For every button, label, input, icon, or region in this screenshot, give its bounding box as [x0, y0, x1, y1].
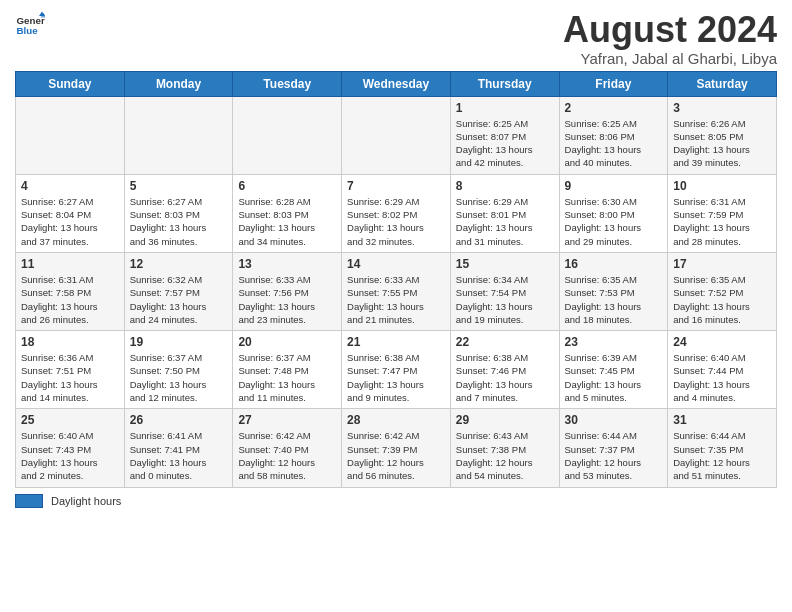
day-number: 19: [130, 335, 228, 349]
day-detail: Sunrise: 6:37 AM Sunset: 7:50 PM Dayligh…: [130, 351, 228, 404]
day-detail: Sunrise: 6:33 AM Sunset: 7:55 PM Dayligh…: [347, 273, 445, 326]
col-sunday: Sunday: [16, 71, 125, 96]
day-number: 21: [347, 335, 445, 349]
day-number: 18: [21, 335, 119, 349]
day-detail: Sunrise: 6:25 AM Sunset: 8:06 PM Dayligh…: [565, 117, 663, 170]
calendar-cell: 16Sunrise: 6:35 AM Sunset: 7:53 PM Dayli…: [559, 252, 668, 330]
daylight-swatch: [15, 494, 43, 508]
svg-text:General: General: [17, 15, 46, 26]
day-number: 7: [347, 179, 445, 193]
day-number: 28: [347, 413, 445, 427]
calendar-week-2: 4Sunrise: 6:27 AM Sunset: 8:04 PM Daylig…: [16, 174, 777, 252]
day-detail: Sunrise: 6:40 AM Sunset: 7:44 PM Dayligh…: [673, 351, 771, 404]
logo-icon: General Blue: [15, 10, 45, 40]
day-number: 15: [456, 257, 554, 271]
calendar-cell: 15Sunrise: 6:34 AM Sunset: 7:54 PM Dayli…: [450, 252, 559, 330]
day-detail: Sunrise: 6:27 AM Sunset: 8:04 PM Dayligh…: [21, 195, 119, 248]
col-friday: Friday: [559, 71, 668, 96]
day-number: 24: [673, 335, 771, 349]
day-detail: Sunrise: 6:35 AM Sunset: 7:53 PM Dayligh…: [565, 273, 663, 326]
calendar-week-5: 25Sunrise: 6:40 AM Sunset: 7:43 PM Dayli…: [16, 409, 777, 487]
day-detail: Sunrise: 6:41 AM Sunset: 7:41 PM Dayligh…: [130, 429, 228, 482]
day-detail: Sunrise: 6:26 AM Sunset: 8:05 PM Dayligh…: [673, 117, 771, 170]
subtitle: Yafran, Jabal al Gharbi, Libya: [563, 50, 777, 67]
day-number: 20: [238, 335, 336, 349]
calendar-cell: [16, 96, 125, 174]
day-detail: Sunrise: 6:39 AM Sunset: 7:45 PM Dayligh…: [565, 351, 663, 404]
day-detail: Sunrise: 6:34 AM Sunset: 7:54 PM Dayligh…: [456, 273, 554, 326]
calendar-cell: [124, 96, 233, 174]
calendar-cell: 21Sunrise: 6:38 AM Sunset: 7:47 PM Dayli…: [342, 331, 451, 409]
calendar-cell: 29Sunrise: 6:43 AM Sunset: 7:38 PM Dayli…: [450, 409, 559, 487]
day-number: 10: [673, 179, 771, 193]
calendar-cell: 22Sunrise: 6:38 AM Sunset: 7:46 PM Dayli…: [450, 331, 559, 409]
calendar-cell: 2Sunrise: 6:25 AM Sunset: 8:06 PM Daylig…: [559, 96, 668, 174]
calendar-cell: 12Sunrise: 6:32 AM Sunset: 7:57 PM Dayli…: [124, 252, 233, 330]
day-detail: Sunrise: 6:29 AM Sunset: 8:02 PM Dayligh…: [347, 195, 445, 248]
day-detail: Sunrise: 6:29 AM Sunset: 8:01 PM Dayligh…: [456, 195, 554, 248]
day-detail: Sunrise: 6:35 AM Sunset: 7:52 PM Dayligh…: [673, 273, 771, 326]
calendar-cell: [342, 96, 451, 174]
calendar-cell: 28Sunrise: 6:42 AM Sunset: 7:39 PM Dayli…: [342, 409, 451, 487]
day-number: 2: [565, 101, 663, 115]
day-number: 17: [673, 257, 771, 271]
calendar-cell: 14Sunrise: 6:33 AM Sunset: 7:55 PM Dayli…: [342, 252, 451, 330]
day-number: 13: [238, 257, 336, 271]
day-number: 23: [565, 335, 663, 349]
calendar-cell: 31Sunrise: 6:44 AM Sunset: 7:35 PM Dayli…: [668, 409, 777, 487]
day-number: 30: [565, 413, 663, 427]
calendar-cell: 19Sunrise: 6:37 AM Sunset: 7:50 PM Dayli…: [124, 331, 233, 409]
calendar-cell: 9Sunrise: 6:30 AM Sunset: 8:00 PM Daylig…: [559, 174, 668, 252]
day-number: 1: [456, 101, 554, 115]
day-number: 14: [347, 257, 445, 271]
day-number: 27: [238, 413, 336, 427]
footer: Daylight hours: [15, 494, 777, 508]
main-title: August 2024: [563, 10, 777, 50]
header: General Blue August 2024 Yafran, Jabal a…: [15, 10, 777, 67]
calendar-cell: 24Sunrise: 6:40 AM Sunset: 7:44 PM Dayli…: [668, 331, 777, 409]
day-number: 12: [130, 257, 228, 271]
day-number: 11: [21, 257, 119, 271]
day-number: 8: [456, 179, 554, 193]
day-detail: Sunrise: 6:38 AM Sunset: 7:47 PM Dayligh…: [347, 351, 445, 404]
day-detail: Sunrise: 6:38 AM Sunset: 7:46 PM Dayligh…: [456, 351, 554, 404]
header-row: Sunday Monday Tuesday Wednesday Thursday…: [16, 71, 777, 96]
calendar-cell: 23Sunrise: 6:39 AM Sunset: 7:45 PM Dayli…: [559, 331, 668, 409]
day-number: 5: [130, 179, 228, 193]
page: General Blue August 2024 Yafran, Jabal a…: [0, 0, 792, 612]
svg-text:Blue: Blue: [17, 25, 39, 36]
calendar-cell: 30Sunrise: 6:44 AM Sunset: 7:37 PM Dayli…: [559, 409, 668, 487]
day-detail: Sunrise: 6:37 AM Sunset: 7:48 PM Dayligh…: [238, 351, 336, 404]
day-number: 25: [21, 413, 119, 427]
calendar-week-1: 1Sunrise: 6:25 AM Sunset: 8:07 PM Daylig…: [16, 96, 777, 174]
calendar-cell: 18Sunrise: 6:36 AM Sunset: 7:51 PM Dayli…: [16, 331, 125, 409]
calendar-cell: 8Sunrise: 6:29 AM Sunset: 8:01 PM Daylig…: [450, 174, 559, 252]
calendar-cell: 1Sunrise: 6:25 AM Sunset: 8:07 PM Daylig…: [450, 96, 559, 174]
day-detail: Sunrise: 6:43 AM Sunset: 7:38 PM Dayligh…: [456, 429, 554, 482]
calendar-cell: 4Sunrise: 6:27 AM Sunset: 8:04 PM Daylig…: [16, 174, 125, 252]
day-number: 9: [565, 179, 663, 193]
day-number: 3: [673, 101, 771, 115]
calendar-table: Sunday Monday Tuesday Wednesday Thursday…: [15, 71, 777, 488]
day-number: 16: [565, 257, 663, 271]
calendar-cell: 25Sunrise: 6:40 AM Sunset: 7:43 PM Dayli…: [16, 409, 125, 487]
day-detail: Sunrise: 6:42 AM Sunset: 7:40 PM Dayligh…: [238, 429, 336, 482]
calendar-cell: 10Sunrise: 6:31 AM Sunset: 7:59 PM Dayli…: [668, 174, 777, 252]
title-block: August 2024 Yafran, Jabal al Gharbi, Lib…: [563, 10, 777, 67]
calendar-cell: 6Sunrise: 6:28 AM Sunset: 8:03 PM Daylig…: [233, 174, 342, 252]
calendar-cell: 27Sunrise: 6:42 AM Sunset: 7:40 PM Dayli…: [233, 409, 342, 487]
calendar-cell: 20Sunrise: 6:37 AM Sunset: 7:48 PM Dayli…: [233, 331, 342, 409]
day-detail: Sunrise: 6:25 AM Sunset: 8:07 PM Dayligh…: [456, 117, 554, 170]
day-detail: Sunrise: 6:42 AM Sunset: 7:39 PM Dayligh…: [347, 429, 445, 482]
day-detail: Sunrise: 6:44 AM Sunset: 7:35 PM Dayligh…: [673, 429, 771, 482]
day-number: 4: [21, 179, 119, 193]
day-detail: Sunrise: 6:36 AM Sunset: 7:51 PM Dayligh…: [21, 351, 119, 404]
day-detail: Sunrise: 6:27 AM Sunset: 8:03 PM Dayligh…: [130, 195, 228, 248]
col-tuesday: Tuesday: [233, 71, 342, 96]
day-detail: Sunrise: 6:31 AM Sunset: 7:58 PM Dayligh…: [21, 273, 119, 326]
day-detail: Sunrise: 6:40 AM Sunset: 7:43 PM Dayligh…: [21, 429, 119, 482]
col-monday: Monday: [124, 71, 233, 96]
calendar-cell: [233, 96, 342, 174]
calendar-cell: 3Sunrise: 6:26 AM Sunset: 8:05 PM Daylig…: [668, 96, 777, 174]
day-detail: Sunrise: 6:32 AM Sunset: 7:57 PM Dayligh…: [130, 273, 228, 326]
